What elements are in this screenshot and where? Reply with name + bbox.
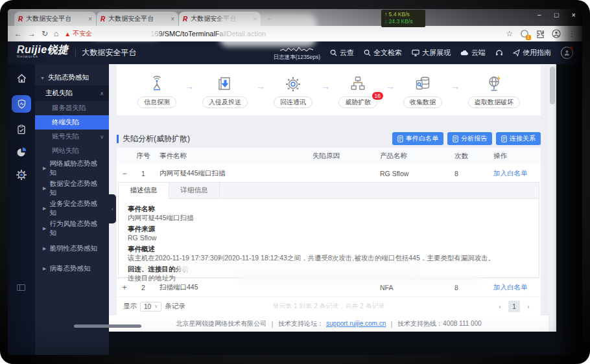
killchain-step-intrusion[interactable]: 入侵及投送 xyxy=(202,73,248,108)
section-header: 失陷分析(威胁扩散) 事件白名单 分析报告 连接关系 xyxy=(117,130,541,148)
tab-details[interactable]: 详细信息 xyxy=(169,183,220,198)
browser-tab-3-active[interactable]: R 大数据安全平台 × xyxy=(179,12,261,26)
network-speed-overlay: ↑ 5.4 KB/s ↓ 24.3 KB/s xyxy=(381,10,425,27)
col-count: 次数 xyxy=(449,152,488,161)
sidebar-item-host-fall[interactable]: 主机失陷 ∧ xyxy=(35,85,109,101)
close-button[interactable]: × xyxy=(572,11,576,19)
pie-chart-icon[interactable] xyxy=(16,146,27,158)
maximize-button[interactable]: □ xyxy=(554,11,559,19)
headset-icon[interactable] xyxy=(495,49,503,56)
killchain-step-collect[interactable]: 收集数据 xyxy=(403,73,442,108)
cloud-icon xyxy=(460,50,469,56)
killchain-step-probe[interactable]: 信息探测 xyxy=(137,73,176,108)
analysis-report-button[interactable]: 分析报告 xyxy=(447,132,492,145)
home-icon[interactable]: ⌂ xyxy=(54,29,58,38)
reload-icon[interactable]: ↻ xyxy=(41,29,48,38)
screenshot-stage: R 大数据安全平台 × R 大数据安全平台 × R 大数据安全平台 × + ↑ … xyxy=(0,0,590,364)
not-secure-warning[interactable]: ▲ 不安全 xyxy=(64,29,92,38)
current-page-button[interactable]: 1 xyxy=(508,301,520,312)
arrow-right-icon: → xyxy=(386,81,395,100)
divider xyxy=(75,49,76,58)
browser-tab-2[interactable]: R 大数据安全平台 × xyxy=(97,12,178,26)
doc-icon xyxy=(501,135,507,142)
ruijie-favicon-icon: R xyxy=(183,16,187,23)
search-icon xyxy=(364,49,371,56)
event-whitelist-button[interactable]: 事件白名单 xyxy=(392,132,443,145)
row-index: 2 xyxy=(132,284,154,291)
chevron-right-icon: ▶ xyxy=(43,266,46,271)
event-name: 扫描端口445 xyxy=(154,283,277,292)
killchain-step-callback[interactable]: 回连通讯 xyxy=(274,73,313,108)
bookmark-star-icon[interactable]: ☆ xyxy=(506,29,513,38)
sidebar-item-data-security[interactable]: ▶ 数据安全态势感知 xyxy=(35,178,109,198)
sidebar-item-account-fall[interactable]: 账号失陷 ∨ xyxy=(35,130,109,144)
sidebar-collapse-icon[interactable] xyxy=(17,284,25,291)
killchain-step-spread[interactable]: 威胁扩散 16 xyxy=(338,73,377,108)
expand-row-icon[interactable]: + xyxy=(117,283,132,292)
chevron-down-icon: ▼ xyxy=(40,76,45,80)
sidebar-item-website-fall[interactable]: 网站失陷 xyxy=(35,144,109,158)
vertical-scrollbar-thumb[interactable] xyxy=(550,67,555,104)
forward-icon[interactable]: → xyxy=(28,29,36,38)
sidebar-item-server-fall[interactable]: 服务器失陷 xyxy=(35,101,109,115)
menu-fulltext-search[interactable]: 全文检索 xyxy=(364,48,402,58)
menu-user-guide[interactable]: 使用指南 xyxy=(513,48,551,58)
main-content: 信息探测 → 入侵及投送 → xyxy=(109,64,549,332)
person-icon xyxy=(563,49,571,56)
home-icon[interactable] xyxy=(16,73,28,84)
menu-cloud-search[interactable]: 云查 xyxy=(330,48,354,58)
tab-close-icon[interactable]: × xyxy=(171,16,174,23)
browser-tab-1[interactable]: R 大数据安全平台 × xyxy=(14,12,96,26)
sidebar-item-network-threat[interactable]: ▶ 网络威胁态势感知 xyxy=(35,158,109,178)
new-tab-button[interactable]: + xyxy=(266,14,272,26)
tab-close-icon[interactable]: × xyxy=(88,16,92,23)
table-row[interactable]: − 1 内网可疑445端口扫描 RG Sflow 8 加入白名单 xyxy=(117,165,541,182)
user-avatar[interactable] xyxy=(561,47,573,59)
records-label: 条记录 xyxy=(165,302,185,311)
chevron-right-icon: ▶ xyxy=(43,246,46,251)
prev-page-button[interactable]: ‹ xyxy=(494,301,506,312)
arrow-right-icon: → xyxy=(256,81,265,100)
chevron-right-icon: ▶ xyxy=(43,166,46,171)
window-controls: − □ × xyxy=(537,11,576,19)
next-page-button[interactable]: › xyxy=(523,301,534,312)
sidebar-item-fall-situation[interactable]: ▼ 失陷态势感知 xyxy=(35,70,109,85)
field-value: 内网可疑445端口扫描 xyxy=(128,214,530,222)
extensions-puzzle-icon[interactable] xyxy=(536,30,545,38)
vertical-scrollbar[interactable] xyxy=(549,64,556,332)
sidebar-item-terminal-fall-active[interactable]: 终端失陷 xyxy=(35,115,109,130)
profile-icon[interactable] xyxy=(552,29,561,38)
send-icon xyxy=(513,49,520,56)
add-whitelist-link[interactable]: 加入白名单 xyxy=(488,169,541,178)
connection-relation-button[interactable]: 连接关系 xyxy=(496,132,541,145)
col-product: 产品名称 xyxy=(375,152,449,161)
notification-dot xyxy=(570,47,573,50)
gear-icon[interactable] xyxy=(16,169,27,181)
page-size-select[interactable]: 10 ∨ xyxy=(140,302,161,312)
field-value: 连接目的地址为 xyxy=(128,274,530,282)
back-icon[interactable]: ← xyxy=(14,29,22,38)
menu-cloud[interactable]: 云端 xyxy=(460,48,486,58)
event-name: 内网可疑445端口扫描 xyxy=(154,169,277,178)
url-path[interactable]: 169/SMC/toTerminalFallDetail.action xyxy=(150,30,500,38)
add-whitelist-link[interactable]: 加入白名单 xyxy=(488,283,541,292)
security-shield-icon-active[interactable] xyxy=(12,95,31,113)
update-icon[interactable]: 1 xyxy=(520,29,529,38)
warning-label: 不安全 xyxy=(73,29,92,38)
tab-description[interactable]: 描述信息 xyxy=(119,183,169,199)
sidebar-item-virus[interactable]: ▶ 病毒态势感知 xyxy=(35,258,109,279)
tab-close-icon[interactable]: × xyxy=(253,16,257,23)
sidebar-item-vulnerability[interactable]: ▶ 脆弱性态势感知 xyxy=(35,238,109,258)
menu-collapse-handle[interactable]: ‹ xyxy=(109,194,116,223)
collapse-row-icon[interactable]: − xyxy=(117,169,132,178)
minimize-button[interactable]: − xyxy=(537,11,541,19)
sidebar-item-behavior-risk[interactable]: ▶ 行为风险态势感知 xyxy=(35,218,109,238)
sidebar-item-business-security[interactable]: ▶ 业务安全态势感知 xyxy=(35,198,109,218)
menu-big-screen[interactable]: 大屏展现 xyxy=(412,48,451,58)
col-reason: 失陷原因 xyxy=(277,152,375,161)
browser-menu-icon[interactable]: ⋮ xyxy=(568,29,576,38)
support-link[interactable]: support.ruijie.com.cn xyxy=(326,320,386,327)
killchain-step-steal[interactable]: 盗取数据破坏 xyxy=(468,73,520,108)
horizontal-scrollbar-thumb[interactable] xyxy=(74,324,141,328)
clipboard-icon[interactable] xyxy=(16,124,27,135)
